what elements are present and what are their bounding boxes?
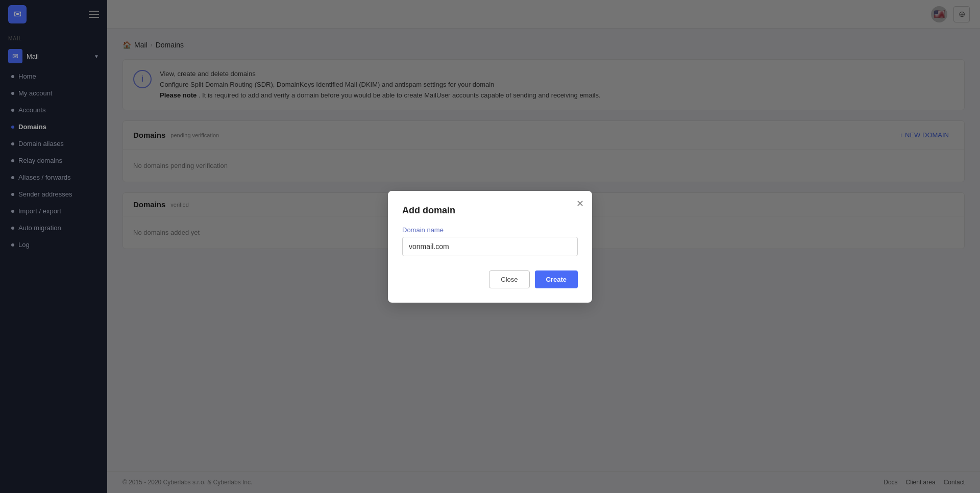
domain-name-label: Domain name bbox=[402, 226, 578, 234]
modal-close-icon[interactable]: ✕ bbox=[576, 199, 584, 208]
modal-actions: Close Create bbox=[402, 270, 578, 288]
modal-overlay: Add domain ✕ Domain name Close Create bbox=[0, 0, 980, 493]
modal-title: Add domain bbox=[402, 205, 578, 216]
domain-name-input[interactable] bbox=[402, 237, 578, 256]
close-button[interactable]: Close bbox=[489, 270, 529, 288]
create-button[interactable]: Create bbox=[535, 270, 578, 288]
add-domain-modal: Add domain ✕ Domain name Close Create bbox=[388, 191, 592, 303]
